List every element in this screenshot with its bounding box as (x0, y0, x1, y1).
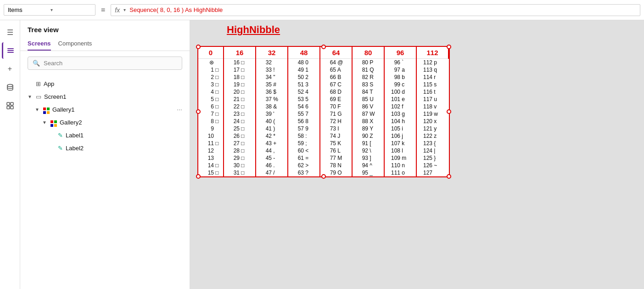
cell-r14-c5: 94 ^ (352, 162, 384, 169)
cell-r11-c6: 107 k (384, 140, 416, 147)
gallery1-toggle[interactable]: ▼ (35, 107, 40, 112)
cell-r15-c5: 95 _ (352, 169, 384, 176)
cell-r0-c5: 80 P (352, 59, 384, 67)
cell-r2-c5: 82 R (352, 74, 384, 81)
cell-r1-c1: 17 □ (224, 66, 256, 74)
cell-r4-c5: 84 T (352, 88, 384, 96)
items-dropdown[interactable]: Items ▾ (4, 4, 95, 16)
cell-r8-c0: 8 □ (198, 118, 224, 125)
cell-r3-c4: 67 C (320, 81, 352, 88)
cell-r4-c6: 100 d (384, 88, 416, 96)
tree-item-label2[interactable]: ✎ Label2 (20, 142, 190, 154)
top-bar: Items ▾ = fx ▾ Sequence( 8, 0, 16 ) As H… (0, 0, 644, 20)
cell-r2-c1: 18 □ (224, 74, 256, 81)
cell-r2-c4: 66 B (320, 74, 352, 81)
cell-r8-c6: 104 h (384, 118, 416, 125)
screen-icon: ▭ (36, 93, 41, 100)
svg-rect-1 (7, 50, 14, 51)
content-area: HighNibble 0 16 32 (190, 20, 644, 289)
cell-r12-c5: 92 \ (352, 147, 384, 154)
screen1-toggle[interactable]: ▼ (28, 94, 33, 99)
equals-sign: = (99, 6, 107, 14)
cell-r14-c1: 30 □ (224, 162, 256, 169)
cell-r6-c1: 22 □ (224, 103, 256, 110)
label2-icon: ✎ (58, 145, 63, 152)
cell-r0-c6: 96 ` (384, 59, 416, 67)
cell-r10-c1: 26 □ (224, 132, 256, 140)
cell-r8-c7: 120 x (416, 118, 448, 125)
cell-r10-c4: 74 J (320, 132, 352, 140)
table-row: 11 □27 □43 +59 ;75 K91 [107 k123 { (198, 140, 448, 147)
cell-r14-c6: 110 n (384, 162, 416, 169)
cell-r10-c0: 10 (198, 132, 224, 140)
cell-r7-c3: 55 7 (288, 110, 320, 118)
svg-rect-6 (7, 106, 10, 109)
cell-r11-c5: 91 [ (352, 140, 384, 147)
handle-top-left[interactable] (196, 45, 201, 49)
formula-text[interactable]: Sequence( 8, 0, 16 ) As HighNibble (129, 6, 223, 13)
tab-components[interactable]: Components (58, 37, 92, 51)
cell-r3-c3: 51 3 (288, 81, 320, 88)
handle-bottom-middle[interactable] (321, 174, 326, 179)
tree-item-gallery1[interactable]: ▼ Gallery1 ··· (20, 103, 190, 116)
chevron-down-icon: ▾ (50, 7, 91, 12)
gallery2-toggle[interactable]: ▼ (42, 120, 48, 125)
highnibble-heading: HighNibble (227, 24, 280, 36)
tree-item-label1[interactable]: ✎ Label1 (20, 129, 190, 142)
cell-r7-c1: 23 □ (224, 110, 256, 118)
table-row: 6 □22 □38 &54 670 F86 V102 f118 v (198, 103, 448, 110)
cell-r15-c2: 47 / (256, 169, 288, 176)
cell-r13-c1: 29 □ (224, 154, 256, 162)
cell-r10-c2: 42 * (256, 132, 288, 140)
cell-r10-c3: 58 : (288, 132, 320, 140)
cell-r9-c2: 41 ) (256, 125, 288, 132)
tree-item-gallery2[interactable]: ▼ Gallery2 (20, 116, 190, 129)
table-row: 3 □19 □35 #51 367 C83 S99 c115 s (198, 81, 448, 88)
cell-r0-c2: 32 (256, 59, 288, 67)
cell-r10-c7: 122 z (416, 132, 448, 140)
gallery1-label: Gallery1 (52, 106, 174, 113)
cell-r11-c7: 123 { (416, 140, 448, 147)
cell-r7-c5: 87 W (352, 110, 384, 118)
tree-item-screen1[interactable]: ▼ ▭ Screen1 (20, 90, 190, 103)
data-icon[interactable] (2, 79, 18, 96)
components-icon[interactable] (2, 97, 18, 114)
cell-r9-c3: 57 9 (288, 125, 320, 132)
handle-top-right[interactable] (447, 45, 451, 49)
cell-r4-c0: 4 □ (198, 88, 224, 96)
gallery2-icon (50, 118, 57, 127)
cell-r4-c7: 116 t (416, 88, 448, 96)
table-row: 12 28 □44 ,60 <76 L92 \108 l124 | (198, 147, 448, 154)
cell-r6-c4: 70 F (320, 103, 352, 110)
tree-item-app[interactable]: ⊞ App (20, 77, 190, 90)
insert-icon[interactable]: + (2, 61, 18, 77)
tree-content: ⊞ App ▼ ▭ Screen1 ▼ (20, 74, 190, 289)
handle-top-middle[interactable] (321, 45, 326, 49)
cell-r6-c6: 102 f (384, 103, 416, 110)
tab-screens[interactable]: Screens (28, 37, 51, 51)
handle-bottom-right[interactable] (447, 174, 451, 179)
svg-rect-4 (7, 102, 10, 105)
hamburger-icon[interactable]: ☰ (2, 24, 18, 40)
cell-r12-c2: 44 , (256, 147, 288, 154)
cell-r11-c2: 43 + (256, 140, 288, 147)
handle-middle-left[interactable] (196, 109, 201, 114)
cell-r5-c4: 69 E (320, 96, 352, 103)
cell-r11-c4: 75 K (320, 140, 352, 147)
handle-bottom-left[interactable] (196, 174, 201, 179)
cell-r13-c3: 61 = (288, 154, 320, 162)
cell-r11-c1: 27 □ (224, 140, 256, 147)
cell-r4-c4: 68 D (320, 88, 352, 96)
svg-rect-7 (11, 106, 13, 109)
layers-icon[interactable] (2, 42, 18, 59)
data-grid: 0 16 32 48 64 80 96 112 ⊛ 16 □32 48 064 … (197, 46, 450, 177)
table-row: 9 25 □41 )57 973 I89 Y105 i121 y (198, 125, 448, 132)
cell-r8-c2: 40 ( (256, 118, 288, 125)
cell-r4-c1: 20 □ (224, 88, 256, 96)
cell-r5-c2: 37 % (256, 96, 288, 103)
cell-r1-c6: 97 a (384, 66, 416, 74)
handle-middle-right[interactable] (447, 109, 451, 114)
search-input[interactable] (44, 60, 177, 67)
gallery1-more-button[interactable]: ··· (177, 106, 182, 113)
col-header-0: 0 (198, 47, 224, 59)
